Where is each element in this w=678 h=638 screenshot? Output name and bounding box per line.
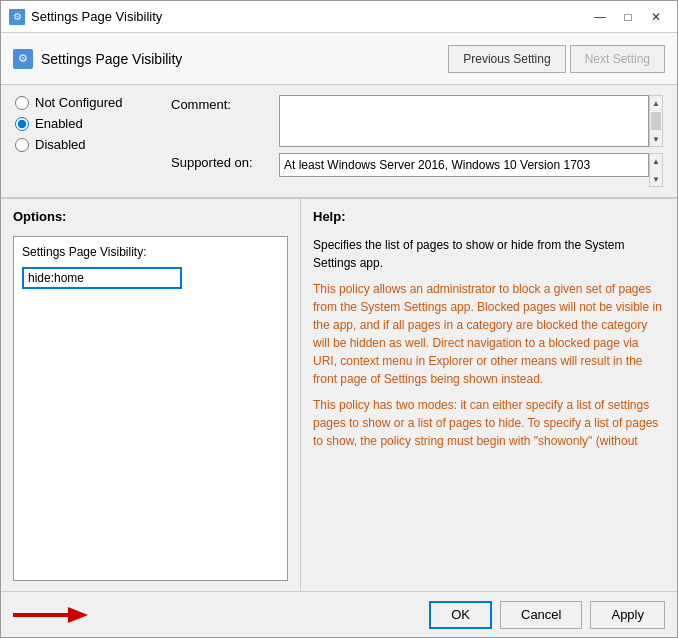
comment-label: Comment: (171, 95, 271, 112)
options-content: Settings Page Visibility: (13, 236, 288, 581)
footer: OK Cancel Apply (1, 591, 677, 637)
comment-wrapper: ▲ ▼ (279, 95, 663, 147)
title-bar-left: ⚙ Settings Page Visibility (9, 9, 162, 25)
supported-label: Supported on: (171, 153, 271, 170)
scroll-up-arrow-2[interactable]: ▲ (650, 154, 662, 168)
not-configured-label: Not Configured (35, 95, 122, 110)
help-para-2: This policy allows an administrator to b… (313, 280, 665, 388)
config-section: Not Configured Enabled Disabled Comment:… (1, 85, 677, 198)
options-panel: Options: Settings Page Visibility: (1, 199, 301, 591)
supported-scrollbar[interactable]: ▲ ▼ (649, 153, 663, 187)
supported-row: Supported on: At least Windows Server 20… (171, 153, 663, 187)
help-para-3: This policy has two modes: it can either… (313, 396, 665, 450)
radio-group: Not Configured Enabled Disabled (15, 95, 155, 187)
title-bar: ⚙ Settings Page Visibility — □ ✕ (1, 1, 677, 33)
supported-wrapper: At least Windows Server 2016, Windows 10… (279, 153, 663, 187)
fields-section: Comment: ▲ ▼ Supported on: At least Wind… (171, 95, 663, 187)
help-panel: Help: Specifies the list of pages to sho… (301, 199, 677, 591)
enabled-option[interactable]: Enabled (15, 116, 155, 131)
header-left: ⚙ Settings Page Visibility (13, 49, 182, 69)
header-bar: ⚙ Settings Page Visibility Previous Sett… (1, 33, 677, 85)
not-configured-option[interactable]: Not Configured (15, 95, 155, 110)
close-button[interactable]: ✕ (643, 7, 669, 27)
scroll-down-arrow-2[interactable]: ▼ (650, 172, 662, 186)
cancel-button[interactable]: Cancel (500, 601, 582, 629)
help-para-1: Specifies the list of pages to show or h… (313, 236, 665, 272)
header-buttons: Previous Setting Next Setting (448, 45, 665, 73)
enabled-label: Enabled (35, 116, 83, 131)
comment-scrollbar[interactable]: ▲ ▼ (649, 95, 663, 147)
red-arrow-icon (13, 600, 93, 630)
visibility-input[interactable] (22, 267, 182, 289)
enabled-radio[interactable] (15, 117, 29, 131)
comment-row: Comment: ▲ ▼ (171, 95, 663, 147)
disabled-label: Disabled (35, 137, 86, 152)
header-title: Settings Page Visibility (41, 51, 182, 67)
previous-setting-button[interactable]: Previous Setting (448, 45, 565, 73)
minimize-button[interactable]: — (587, 7, 613, 27)
apply-button[interactable]: Apply (590, 601, 665, 629)
header-icon: ⚙ (13, 49, 33, 69)
scroll-down-arrow[interactable]: ▼ (650, 132, 662, 146)
arrow-indicator (13, 600, 93, 630)
scroll-up-arrow[interactable]: ▲ (650, 96, 662, 110)
next-setting-button[interactable]: Next Setting (570, 45, 665, 73)
supported-value: At least Windows Server 2016, Windows 10… (279, 153, 649, 177)
comment-textarea[interactable] (279, 95, 649, 147)
window-icon: ⚙ (9, 9, 25, 25)
options-title: Options: (13, 209, 288, 224)
maximize-button[interactable]: □ (615, 7, 641, 27)
main-window: ⚙ Settings Page Visibility — □ ✕ ⚙ Setti… (0, 0, 678, 638)
scroll-thumb (651, 112, 661, 130)
main-panels: Options: Settings Page Visibility: Help:… (1, 198, 677, 591)
visibility-label: Settings Page Visibility: (22, 245, 279, 259)
title-controls: — □ ✕ (587, 7, 669, 27)
svg-marker-1 (68, 607, 88, 623)
help-title: Help: (313, 209, 665, 224)
window-title: Settings Page Visibility (31, 9, 162, 24)
disabled-option[interactable]: Disabled (15, 137, 155, 152)
ok-button[interactable]: OK (429, 601, 492, 629)
disabled-radio[interactable] (15, 138, 29, 152)
help-content: Specifies the list of pages to show or h… (313, 236, 665, 581)
not-configured-radio[interactable] (15, 96, 29, 110)
